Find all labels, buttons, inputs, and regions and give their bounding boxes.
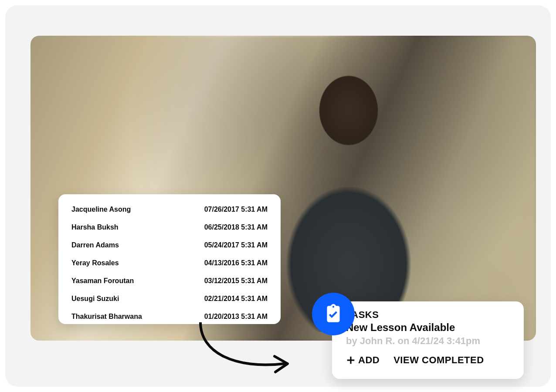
add-button-label: ADD bbox=[358, 355, 380, 366]
arrow-icon bbox=[183, 322, 296, 379]
person-name: Yeray Rosales bbox=[71, 259, 119, 267]
person-name: Darren Adams bbox=[71, 241, 119, 249]
clipboard-check-icon bbox=[322, 303, 344, 325]
person-datetime: 05/24/2017 5:31 AM bbox=[204, 241, 268, 249]
list-item[interactable]: Harsha Buksh 06/25/2018 5:31 AM bbox=[71, 218, 268, 236]
view-completed-label: VIEW COMPLETED bbox=[393, 355, 484, 366]
tasks-actions: ADD VIEW COMPLETED bbox=[346, 355, 513, 366]
tasks-heading: TASKS bbox=[346, 309, 513, 321]
list-item[interactable]: Jacqueline Asong 07/26/2017 5:31 AM bbox=[71, 200, 268, 218]
person-name: Uesugi Suzuki bbox=[71, 295, 119, 303]
person-datetime: 06/25/2018 5:31 AM bbox=[204, 223, 268, 231]
person-name: Jacqueline Asong bbox=[71, 206, 131, 213]
list-item[interactable]: Darren Adams 05/24/2017 5:31 AM bbox=[71, 236, 268, 254]
person-name: Yasaman Foroutan bbox=[71, 277, 134, 285]
person-datetime: 07/26/2017 5:31 AM bbox=[204, 206, 268, 213]
person-datetime: 03/12/2015 5:31 AM bbox=[204, 277, 268, 285]
person-datetime: 01/20/2013 5:31 AM bbox=[204, 313, 268, 321]
plus-icon bbox=[346, 355, 356, 365]
list-item[interactable]: Yeray Rosales 04/13/2016 5:31 AM bbox=[71, 254, 268, 272]
tasks-meta: by John R. on 4/21/24 3:41pm bbox=[346, 335, 513, 347]
tasks-badge bbox=[312, 293, 355, 335]
person-datetime: 02/21/2014 5:31 AM bbox=[204, 295, 268, 303]
app-frame: Jacqueline Asong 07/26/2017 5:31 AM Hars… bbox=[5, 5, 551, 387]
tasks-title: New Lesson Available bbox=[346, 321, 513, 334]
list-item[interactable]: Yasaman Foroutan 03/12/2015 5:31 AM bbox=[71, 272, 268, 290]
people-list-card: Jacqueline Asong 07/26/2017 5:31 AM Hars… bbox=[58, 194, 281, 324]
person-name: Harsha Buksh bbox=[71, 223, 119, 231]
view-completed-button[interactable]: VIEW COMPLETED bbox=[393, 355, 484, 366]
add-button[interactable]: ADD bbox=[346, 355, 380, 366]
list-item[interactable]: Uesugi Suzuki 02/21/2014 5:31 AM bbox=[71, 290, 268, 308]
tasks-card: TASKS New Lesson Available by John R. on… bbox=[332, 301, 524, 379]
list-item[interactable]: Thakurisat Bharwana 01/20/2013 5:31 AM bbox=[71, 308, 268, 324]
person-name: Thakurisat Bharwana bbox=[71, 313, 142, 321]
person-datetime: 04/13/2016 5:31 AM bbox=[204, 259, 268, 267]
